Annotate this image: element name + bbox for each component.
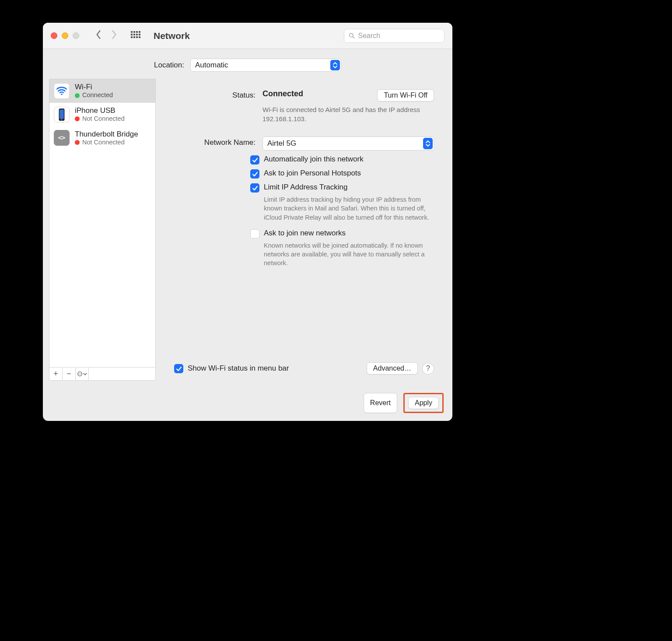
forward-button[interactable] (111, 30, 118, 42)
search-field[interactable] (344, 29, 444, 43)
bottom-row: Show Wi-Fi status in menu bar Advanced… … (162, 362, 446, 381)
apply-highlight: Apply (403, 393, 444, 413)
wifi-icon (54, 83, 70, 99)
status-dot-icon (75, 140, 80, 145)
connection-name: iPhone USB (75, 106, 125, 115)
remove-connection-button[interactable]: − (63, 368, 76, 380)
limit-ip-checkbox[interactable] (250, 183, 259, 193)
chevron-down-icon (83, 372, 87, 376)
sidebar-footer: + − (49, 367, 155, 380)
ask-new-checkbox-row: Ask to join new networks (250, 229, 446, 238)
connection-name: Wi-Fi (75, 83, 113, 91)
ask-new-checkbox[interactable] (250, 229, 259, 238)
minimize-window-button[interactable] (62, 32, 68, 39)
connection-iphone-usb[interactable]: iPhone USB Not Connected (49, 103, 155, 126)
svg-point-10 (80, 374, 80, 375)
sidebar-footer-spacer (89, 368, 155, 380)
ask-hotspot-checkbox[interactable] (250, 169, 259, 179)
nav-arrows (95, 30, 118, 42)
wifi-toggle-button[interactable]: Turn Wi-Fi Off (377, 89, 434, 102)
location-value: Automatic (195, 61, 228, 70)
main-panel: Status: Connected Turn Wi-Fi Off Wi-Fi i… (162, 79, 446, 381)
status-label: Status: (174, 89, 256, 100)
select-stepper-icon (423, 138, 433, 149)
svg-line-1 (353, 37, 354, 38)
search-input[interactable] (358, 32, 440, 40)
status-value: Connected (262, 89, 303, 98)
network-name-label: Network Name: (174, 137, 256, 147)
close-window-button[interactable] (51, 32, 57, 39)
network-name-value: Airtel 5G (267, 139, 296, 148)
status-dot-icon (75, 93, 80, 98)
ask-new-label: Ask to join new networks (264, 229, 346, 238)
show-all-prefs-button[interactable] (131, 31, 140, 41)
status-description: Wi-Fi is connected to Airtel 5G and has … (174, 105, 434, 123)
more-icon (77, 371, 83, 377)
connection-name: Thunderbolt Bridge (75, 130, 138, 139)
svg-point-9 (78, 374, 79, 375)
location-select[interactable]: Automatic (190, 59, 341, 72)
more-actions-button[interactable] (76, 368, 89, 380)
svg-rect-4 (60, 109, 64, 119)
limit-ip-checkbox-row: Limit IP Address Tracking (250, 183, 446, 193)
select-stepper-icon (330, 60, 340, 70)
status-dot-icon (75, 116, 80, 121)
advanced-button[interactable]: Advanced… (367, 362, 418, 375)
limit-ip-hint: Limit IP address tracking by hiding your… (264, 195, 434, 222)
search-icon (349, 32, 354, 39)
show-status-label: Show Wi-Fi status in menu bar (188, 364, 289, 373)
network-name-select[interactable]: Airtel 5G (262, 137, 434, 151)
auto-join-label: Automatically join this network (264, 155, 364, 164)
footer-row: Revert Apply (43, 387, 452, 421)
network-prefs-window: Network Location: Automatic (43, 23, 452, 421)
window-controls (51, 32, 79, 39)
iphone-icon (54, 107, 70, 123)
auto-join-checkbox[interactable] (250, 155, 259, 165)
limit-ip-label: Limit IP Address Tracking (264, 183, 348, 192)
back-button[interactable] (95, 30, 102, 42)
connection-status: Not Connected (82, 139, 125, 146)
connections-list: Wi-Fi Connected iPhone USB (49, 79, 155, 367)
svg-point-11 (80, 374, 81, 375)
toolbar: Network (43, 23, 452, 49)
svg-point-2 (61, 94, 62, 95)
location-row: Location: Automatic (43, 49, 452, 79)
add-connection-button[interactable]: + (49, 368, 63, 380)
connections-sidebar: Wi-Fi Connected iPhone USB (49, 79, 156, 381)
connection-wifi[interactable]: Wi-Fi Connected (49, 79, 155, 103)
connection-status: Connected (82, 91, 113, 99)
ask-new-hint: Known networks will be joined automatica… (264, 241, 434, 268)
auto-join-checkbox-row: Automatically join this network (250, 155, 446, 165)
body: Wi-Fi Connected iPhone USB (43, 79, 452, 387)
svg-point-5 (61, 119, 62, 120)
apply-button[interactable]: Apply (408, 397, 439, 409)
ask-hotspot-checkbox-row: Ask to join Personal Hotspots (250, 169, 446, 179)
location-label: Location: (154, 61, 184, 70)
show-status-checkbox[interactable] (174, 364, 183, 373)
window-title: Network (154, 31, 190, 41)
ask-hotspot-label: Ask to join Personal Hotspots (264, 169, 361, 178)
maximize-window-button (73, 32, 79, 39)
thunderbolt-icon (54, 130, 70, 146)
connection-thunderbolt[interactable]: Thunderbolt Bridge Not Connected (49, 126, 155, 150)
revert-button[interactable]: Revert (364, 393, 397, 413)
help-button[interactable]: ? (422, 363, 434, 375)
connection-status: Not Connected (82, 115, 125, 123)
